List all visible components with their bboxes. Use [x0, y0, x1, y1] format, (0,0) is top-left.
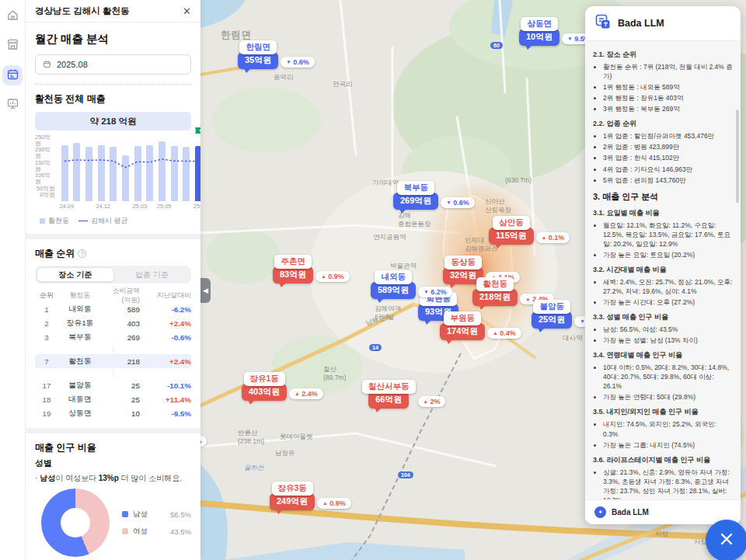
llm-bullet-list: 활천동 순위 : 7위 (218억, 전월 대비 2.4% 증가)1위 행정동 … — [603, 62, 733, 113]
table-row-상동면[interactable]: 19상동면10-9.5% — [35, 406, 191, 420]
total-sales-badge: 약 218 억원 — [35, 112, 191, 130]
map-place-label: (630.7m) — [505, 176, 532, 185]
road-number-badge: 60 — [490, 42, 503, 49]
gender-legend-item-1: 남성56.5% — [122, 510, 191, 520]
scrollbar-thumb[interactable] — [736, 110, 739, 203]
llm-section-heading: 3.5. 내지인/외지인 매출 인구 비율 — [593, 407, 733, 417]
llm-section-heading: 3.1. 요일별 매출 비율 — [593, 208, 733, 218]
llm-bullet-list: 싱글: 21.3%, 신혼: 2.9%, 영유아 자녀 가정: 3.3%, 초등… — [603, 468, 733, 499]
map-marker-북부동[interactable]: 북부동269억원▼ 0.6% — [393, 181, 438, 210]
section-divider — [26, 234, 200, 239]
calendar-icon — [6, 68, 19, 84]
llm-bullet-list: 남성: 56.5%, 여성: 43.5%가장 높은 성별: 남성 (13% 차이… — [603, 325, 733, 345]
bada-llm-icon — [594, 13, 612, 33]
divider — [35, 84, 191, 85]
table-row-대동면[interactable]: 18대동면25+11.4% — [35, 392, 191, 406]
rail-item-report[interactable] — [2, 95, 23, 115]
legend-line-swatch — [78, 221, 88, 221]
bada-llm-badge-icon: ✦ — [594, 506, 606, 518]
tab-by-category[interactable]: 업종 기준 — [114, 267, 190, 282]
map-place-label: 칠산 (89.7m) — [323, 365, 346, 381]
rank-table-header: 순위 행정동 소비금액 (억원) 지난달대비 — [35, 287, 191, 302]
rail-item-home[interactable] — [2, 6, 23, 26]
rank-section-title: 매출 순위 — [35, 247, 75, 260]
map-marker-칠산서부동[interactable]: 칠산서부동66억원▲ 2% — [362, 380, 416, 409]
llm-section-heading: 3.3. 성별 매출 인구 비율 — [593, 312, 733, 322]
map-place-label: 신어산 산림욕장 — [485, 197, 511, 214]
chart-plot-area[interactable] — [58, 137, 191, 201]
map-place-label: 남장유 — [275, 449, 295, 457]
tab-by-place[interactable]: 장소 기준 — [37, 267, 114, 282]
rail-item-store[interactable] — [2, 36, 23, 56]
table-row-활천동[interactable]: 7활천동218+2.4% — [35, 354, 191, 368]
legend-bar-swatch — [40, 218, 45, 224]
map-marker-상동면[interactable]: 상동면10억원▼ 9.5% — [519, 17, 560, 46]
store-icon — [6, 38, 19, 54]
map-marker-장유3동[interactable]: 장유3동249억원▲ 0.9% — [270, 482, 315, 510]
report-icon — [6, 97, 19, 113]
map-place-label: 연지공원역 — [373, 233, 406, 242]
llm-section-heading: 2.2. 업종 순위 — [593, 119, 733, 129]
llm-bullet-list: 새벽: 2.4%, 오전: 25.7%, 점심: 21.0%, 오후: 27.2… — [603, 277, 733, 307]
calendar-small-icon — [43, 60, 51, 70]
chart-legend: 활천동 김해시 평균 — [40, 216, 191, 226]
section-divider — [26, 428, 200, 433]
map-marker-한림면[interactable]: 한림면35억원▼ 0.6% — [238, 40, 278, 69]
map-place-label: 반룡산 (238.1m) — [238, 429, 264, 445]
chart-x-axis: 24.0924.1225.0325.0525.08 — [61, 201, 200, 210]
map-marker-장유1동[interactable]: 장유1동403억원▲ 2.4% — [242, 372, 287, 401]
table-row-불암동[interactable]: 17불암동25-10.1% — [35, 378, 191, 392]
road-number-badge: 104 — [398, 471, 413, 478]
gender-donut-chart — [41, 489, 110, 557]
map-marker-내외동[interactable]: 내외동589억원▼ 6.2% — [371, 270, 416, 299]
rail-item-monthly-analysis[interactable] — [2, 65, 23, 85]
llm-panel-title: Bada LLM — [618, 18, 664, 29]
close-icon — [719, 531, 734, 550]
panel-close-icon[interactable]: ✕ — [183, 6, 191, 16]
map-marker-삼안동[interactable]: 삼안동115억원▲ 0.1% — [489, 216, 534, 245]
map-marker-불암동[interactable]: 불암동25억원▼ 10.1% — [532, 300, 572, 329]
map-marker-활천동[interactable]: 활천동218억원▲ 2.4% — [472, 277, 518, 306]
gender-legend-item-2: 여성43.5% — [122, 527, 191, 537]
selected-month-flag-icon — [195, 127, 196, 134]
llm-footer-label: Bada LLM — [612, 508, 649, 517]
gender-legend: 남성56.5%여성43.5% — [122, 510, 191, 537]
map-place-label: 사상 — [655, 530, 668, 538]
llm-bullet-list: 10대 이하: 0.5%, 20대: 8.2%, 30대: 14.8%, 40대… — [603, 363, 733, 402]
table-row-내외동[interactable]: 1내외동589-6.2% — [35, 302, 191, 316]
map-marker-주촌면[interactable]: 주촌면83억원▲ 0.9% — [273, 255, 313, 283]
panel-collapse-handle[interactable]: ◀ — [200, 278, 211, 303]
month-picker[interactable]: 2025.08 — [35, 54, 191, 75]
analysis-panel: 경상남도 김해시 활천동 ✕ 월간 매출 분석 2025.08 활천동 전체 매… — [26, 0, 200, 560]
map-place-label: 안곡리 — [333, 80, 353, 89]
llm-section-heading: 3. 매출 인구 분석 — [593, 191, 733, 203]
legend-bar-label: 활천동 — [48, 216, 69, 226]
total-sales-title: 활천동 전체 매출 — [35, 92, 191, 106]
gender-title: 성별 — [35, 457, 191, 469]
close-llm-fab[interactable] — [706, 520, 746, 560]
table-ellipsis: ⋮ — [35, 368, 191, 378]
map-place-label: 롯데아울렛 — [280, 433, 313, 441]
llm-section-heading: 2.1. 장소 순위 — [593, 50, 733, 60]
table-ellipsis: ⋮ — [35, 344, 191, 354]
llm-bullet-list: 1위 업종 : 할인점/슈퍼마켓 453,476만2위 업종 : 병원 423,… — [603, 131, 733, 184]
rank-table: 순위 행정동 소비금액 (억원) 지난달대비 1내외동589-6.2%2장유1동… — [35, 287, 191, 420]
llm-report-content[interactable]: 2.1. 장소 순위활천동 순위 : 7위 (218억, 전월 대비 2.4% … — [585, 41, 741, 499]
map-place-label: 율하천 — [244, 464, 264, 472]
help-icon[interactable]: ? — [78, 249, 86, 258]
map-marker-부원동[interactable]: 부원동174억원▲ 0.4% — [440, 311, 485, 340]
table-row-장유1동[interactable]: 2장유1동403+2.4% — [35, 316, 191, 330]
gender-insight: · 남성이 여성보다 13%p 더 많이 소비해요. — [35, 473, 191, 484]
map-place-label: 용덕리 — [274, 73, 294, 82]
monthly-sales-chart: 250억원200억원150억원100억원50억원0억원 24.0924.1225… — [35, 137, 191, 226]
road-number-badge: 14 — [369, 344, 382, 351]
demographics-title: 매출 인구 비율 — [35, 441, 191, 454]
llm-bullet-list: 월요일: 12.1%, 화요일: 11.2%, 수요일: 12.5%, 목요일:… — [603, 221, 733, 259]
home-icon — [6, 9, 19, 25]
average-line — [58, 137, 200, 201]
breadcrumb: 경상남도 김해시 활천동 — [35, 5, 129, 17]
app-window: 한림면용덕리안곡리가야대역김해 종합운동장연지공원역(630.7m)신어산 산림… — [0, 0, 746, 560]
llm-section-heading: 3.4. 연령대별 매출 인구 비율 — [593, 350, 733, 360]
map-place-label: 박물관역 — [390, 262, 417, 270]
table-row-북부동[interactable]: 3북부동269-0.6% — [35, 330, 191, 344]
